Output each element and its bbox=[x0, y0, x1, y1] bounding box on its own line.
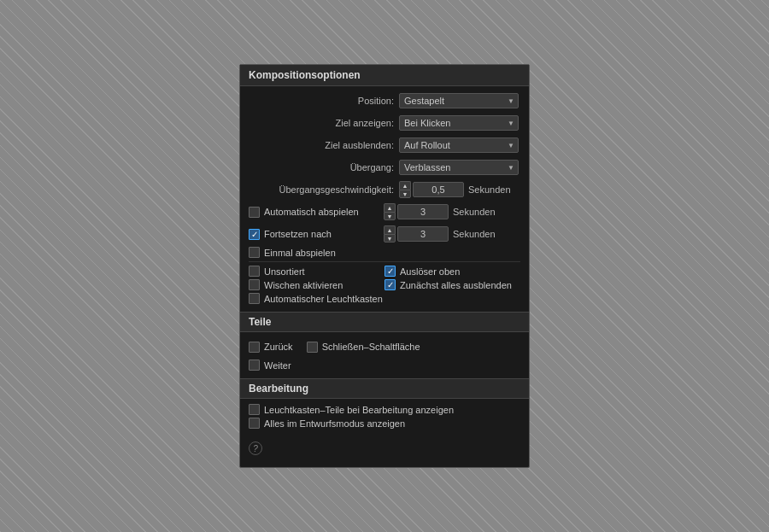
play-once-label: Einmal abspielen bbox=[264, 248, 336, 258]
auto-play-row: Automatisch abspielen ▲ ▼ Sekunden bbox=[249, 202, 520, 221]
auto-play-increment-button[interactable]: ▲ bbox=[384, 203, 396, 212]
back-label: Zurück bbox=[264, 342, 293, 352]
ziel-anzeigen-select-wrapper: Bei Klicken Auf Rollout Immer bbox=[399, 115, 519, 131]
trigger-top-checkbox[interactable] bbox=[384, 266, 396, 277]
speed-spinner: ▲ ▼ Sekunden bbox=[399, 181, 511, 198]
continue-after-checkbox[interactable] bbox=[249, 229, 260, 240]
uebergang-label: Übergang: bbox=[249, 162, 394, 172]
next-checkbox[interactable] bbox=[249, 360, 260, 371]
auto-play-spinner-buttons: ▲ ▼ bbox=[384, 203, 396, 220]
continue-after-label: Fortsetzen nach bbox=[264, 229, 384, 239]
continue-after-input[interactable] bbox=[397, 226, 449, 242]
auto-lightbox-row: Automatischer Leuchtkasten bbox=[249, 293, 384, 304]
speed-decrement-button[interactable]: ▼ bbox=[399, 190, 411, 198]
auto-play-spinner: ▲ ▼ Sekunden bbox=[384, 203, 496, 220]
speed-spinner-buttons: ▲ ▼ bbox=[399, 181, 411, 198]
close-btn-label: Schließen–Schaltfläche bbox=[322, 342, 420, 352]
left-col: Unsortiert Wischen aktivieren Automatisc… bbox=[249, 266, 384, 307]
show-parts-label: Leuchtkasten–Teile bei Bearbeitung anzei… bbox=[264, 405, 454, 415]
hide-all-row: Zunächst alles ausblenden bbox=[384, 279, 520, 290]
auto-play-decrement-button[interactable]: ▼ bbox=[384, 212, 396, 220]
continue-after-unit: Sekunden bbox=[453, 229, 496, 239]
uebergang-select-wrapper: Verblassen Keine Schieben bbox=[399, 160, 519, 175]
speed-control: ▲ ▼ Sekunden bbox=[399, 181, 520, 198]
speed-increment-button[interactable]: ▲ bbox=[399, 181, 411, 190]
play-once-row: Einmal abspielen bbox=[249, 247, 520, 258]
uebergang-row: Übergang: Verblassen Keine Schieben bbox=[249, 158, 520, 177]
ziel-ausblenden-select-wrapper: Auf Rollout Bei Klicken Immer bbox=[399, 137, 519, 153]
teile-row-2: Weiter bbox=[249, 360, 520, 371]
show-draft-label: Alles im Entwurfsmodus anzeigen bbox=[264, 418, 405, 429]
two-col-section: Unsortiert Wischen aktivieren Automatisc… bbox=[249, 266, 520, 307]
speed-unit: Sekunden bbox=[468, 184, 511, 195]
ziel-ausblenden-control: Auf Rollout Bei Klicken Immer bbox=[399, 137, 520, 153]
auto-play-checkbox[interactable] bbox=[249, 207, 260, 218]
position-select[interactable]: Gestapelt Horizontal Vertikal bbox=[399, 93, 519, 108]
show-draft-row: Alles im Entwurfsmodus anzeigen bbox=[249, 418, 520, 429]
speed-row: Übergangsgeschwindigkeit: ▲ ▼ Sekunden bbox=[249, 180, 520, 199]
unsorted-label: Unsortiert bbox=[264, 266, 305, 277]
position-control: Gestapelt Horizontal Vertikal bbox=[399, 93, 520, 108]
teile-row-1: Zurück Schließen–Schaltfläche bbox=[249, 337, 520, 356]
auto-lightbox-label: Automatischer Leuchtkasten bbox=[264, 294, 383, 304]
close-btn-checkbox[interactable] bbox=[307, 342, 318, 353]
back-checkbox[interactable] bbox=[249, 342, 260, 353]
help-icon[interactable]: ? bbox=[249, 441, 262, 455]
right-col: Auslöser oben Zunächst alles ausblenden bbox=[384, 266, 520, 293]
uebergang-select[interactable]: Verblassen Keine Schieben bbox=[399, 160, 519, 175]
ziel-ausblenden-select[interactable]: Auf Rollout Bei Klicken Immer bbox=[399, 137, 519, 153]
ziel-ausblenden-row: Ziel ausblenden: Auf Rollout Bei Klicken… bbox=[249, 136, 520, 155]
close-btn-item: Schließen–Schaltfläche bbox=[307, 342, 420, 353]
unsorted-row: Unsortiert bbox=[249, 266, 384, 277]
bearbeitung-content: Leuchtkasten–Teile bei Bearbeitung anzei… bbox=[240, 399, 529, 436]
speed-label: Übergangsgeschwindigkeit: bbox=[249, 184, 394, 195]
unsorted-checkbox[interactable] bbox=[249, 266, 260, 277]
wischen-checkbox[interactable] bbox=[249, 279, 260, 290]
wischen-row: Wischen aktivieren bbox=[249, 279, 384, 290]
trigger-top-label: Auslöser oben bbox=[400, 266, 460, 277]
ziel-anzeigen-control: Bei Klicken Auf Rollout Immer bbox=[399, 115, 520, 131]
position-row: Position: Gestapelt Horizontal Vertikal bbox=[249, 91, 520, 110]
panel-title: Kompositionsoptionen bbox=[240, 65, 529, 86]
continue-after-decrement-button[interactable]: ▼ bbox=[384, 234, 396, 243]
hide-all-checkbox[interactable] bbox=[384, 279, 396, 290]
show-parts-row: Leuchtkasten–Teile bei Bearbeitung anzei… bbox=[249, 404, 520, 415]
ziel-anzeigen-select[interactable]: Bei Klicken Auf Rollout Immer bbox=[399, 115, 519, 131]
hide-all-label: Zunächst alles ausblenden bbox=[400, 280, 512, 290]
wischen-label: Wischen aktivieren bbox=[264, 280, 343, 290]
bearbeitung-header: Bearbeitung bbox=[240, 378, 529, 399]
position-label: Position: bbox=[249, 96, 394, 106]
auto-lightbox-checkbox[interactable] bbox=[249, 293, 260, 304]
help-area: ? bbox=[240, 436, 529, 460]
next-label: Weiter bbox=[264, 360, 291, 371]
ziel-anzeigen-label: Ziel anzeigen: bbox=[249, 118, 394, 128]
auto-play-container: Automatisch abspielen ▲ ▼ Sekunden bbox=[249, 203, 520, 220]
uebergang-control: Verblassen Keine Schieben bbox=[399, 160, 520, 175]
auto-play-label: Automatisch abspielen bbox=[264, 207, 384, 217]
back-item: Zurück bbox=[249, 342, 293, 353]
continue-after-increment-button[interactable]: ▲ bbox=[384, 225, 396, 234]
position-select-wrapper: Gestapelt Horizontal Vertikal bbox=[399, 93, 519, 108]
continue-after-row: Fortsetzen nach ▲ ▼ Sekunden bbox=[249, 225, 520, 243]
kompositions-panel: Kompositionsoptionen Position: Gestapelt… bbox=[239, 64, 530, 468]
auto-play-unit: Sekunden bbox=[453, 207, 496, 217]
continue-after-container: Fortsetzen nach ▲ ▼ Sekunden bbox=[249, 225, 520, 243]
ziel-ausblenden-label: Ziel ausblenden: bbox=[249, 140, 394, 150]
auto-play-input[interactable] bbox=[397, 204, 449, 219]
main-section: Position: Gestapelt Horizontal Vertikal … bbox=[240, 86, 529, 312]
divider-1 bbox=[249, 261, 520, 262]
play-once-checkbox[interactable] bbox=[249, 247, 260, 258]
speed-input[interactable] bbox=[413, 182, 464, 197]
show-draft-checkbox[interactable] bbox=[249, 418, 260, 429]
show-parts-checkbox[interactable] bbox=[249, 404, 260, 415]
continue-after-spinner: ▲ ▼ Sekunden bbox=[384, 225, 496, 243]
teile-header: Teile bbox=[240, 312, 529, 332]
trigger-top-row: Auslöser oben bbox=[384, 266, 520, 277]
teile-content: Zurück Schließen–Schaltfläche Weiter bbox=[240, 332, 529, 378]
ziel-anzeigen-row: Ziel anzeigen: Bei Klicken Auf Rollout I… bbox=[249, 114, 520, 132]
continue-after-spinner-buttons: ▲ ▼ bbox=[384, 225, 396, 243]
